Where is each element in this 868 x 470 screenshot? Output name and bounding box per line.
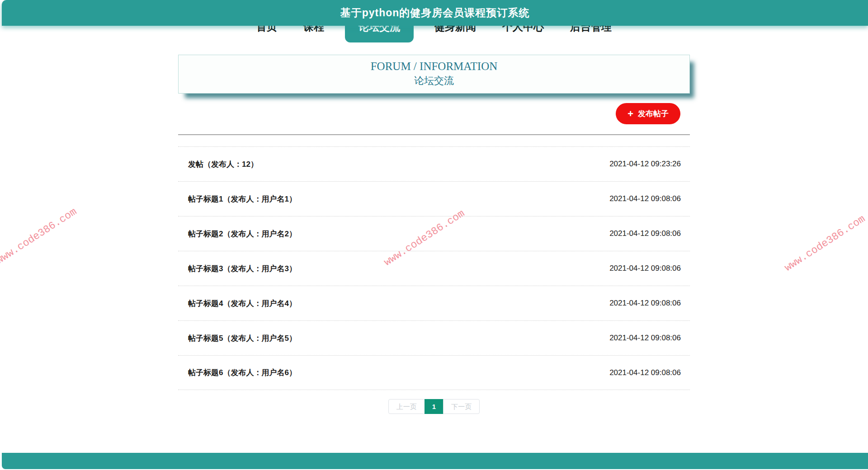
post-title[interactable]: 帖子标题4（发布人：用户名4） <box>188 298 297 309</box>
post-date: 2021-04-12 09:08:06 <box>609 194 681 203</box>
watermark: www.code386.com <box>783 213 868 274</box>
pagination: 上一页 1 下一页 <box>178 399 690 414</box>
forum-row[interactable]: 帖子标题5（发布人：用户名5） 2021-04-12 09:08:06 <box>178 320 690 355</box>
page-title: 基于python的健身房会员课程预订系统 <box>340 6 530 20</box>
app-header: 基于python的健身房会员课程预订系统 <box>2 0 868 26</box>
post-title[interactable]: 帖子标题6（发布人：用户名6） <box>188 367 297 378</box>
post-date: 2021-04-12 09:08:06 <box>609 334 681 343</box>
content-container: FORUM / INFORMATION 论坛交流 + 发布帖子 发帖（发布人：1… <box>178 55 690 414</box>
forum-row[interactable]: 发帖（发布人：12） 2021-04-12 09:23:26 <box>178 146 690 181</box>
section-divider <box>178 134 690 135</box>
post-date: 2021-04-12 09:08:06 <box>609 264 681 273</box>
app-footer <box>2 453 868 469</box>
current-page-button[interactable]: 1 <box>425 399 443 414</box>
post-title[interactable]: 发帖（发布人：12） <box>188 159 258 169</box>
prev-page-button[interactable]: 上一页 <box>388 399 425 414</box>
next-page-button[interactable]: 下一页 <box>443 399 480 414</box>
forum-row[interactable]: 帖子标题4（发布人：用户名4） 2021-04-12 09:08:06 <box>178 286 690 320</box>
new-post-button-label: 发布帖子 <box>638 108 669 119</box>
watermark: www.code386.com <box>0 206 79 267</box>
forum-row[interactable]: 帖子标题1（发布人：用户名1） 2021-04-12 09:08:06 <box>178 181 690 216</box>
post-date: 2021-04-12 09:08:06 <box>609 368 681 377</box>
forum-row[interactable]: 帖子标题3（发布人：用户名3） 2021-04-12 09:08:06 <box>178 251 690 286</box>
banner-title-zh: 论坛交流 <box>179 74 689 88</box>
post-title[interactable]: 帖子标题1（发布人：用户名1） <box>188 194 297 204</box>
post-date: 2021-04-12 09:08:06 <box>609 229 681 238</box>
forum-banner: FORUM / INFORMATION 论坛交流 <box>178 55 690 94</box>
toolbar: + 发布帖子 <box>178 103 690 124</box>
new-post-button[interactable]: + 发布帖子 <box>616 103 680 124</box>
plus-icon: + <box>627 109 633 119</box>
forum-row[interactable]: 帖子标题2（发布人：用户名2） 2021-04-12 09:08:06 <box>178 216 690 251</box>
post-title[interactable]: 帖子标题5（发布人：用户名5） <box>188 333 297 343</box>
post-date: 2021-04-12 09:23:26 <box>609 160 681 169</box>
banner-title-en: FORUM / INFORMATION <box>179 60 689 73</box>
post-date: 2021-04-12 09:08:06 <box>609 299 681 308</box>
post-title[interactable]: 帖子标题3（发布人：用户名3） <box>188 263 297 274</box>
forum-list: 发帖（发布人：12） 2021-04-12 09:23:26 帖子标题1（发布人… <box>178 146 690 390</box>
forum-row[interactable]: 帖子标题6（发布人：用户名6） 2021-04-12 09:08:06 <box>178 355 690 390</box>
post-title[interactable]: 帖子标题2（发布人：用户名2） <box>188 229 297 239</box>
